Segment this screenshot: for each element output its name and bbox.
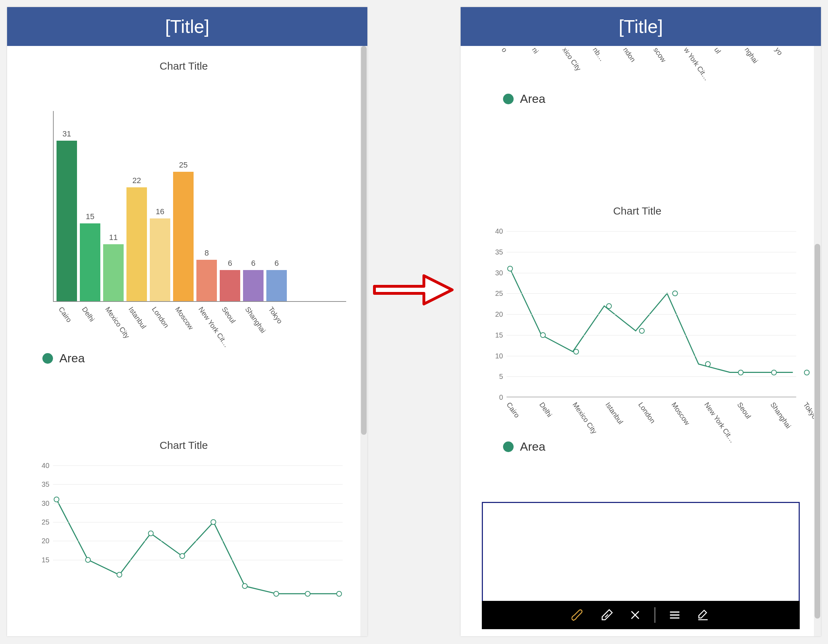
partial-x-label: scow <box>652 46 668 64</box>
y-tick-label: 10 <box>495 352 507 360</box>
bar-value-label: 6 <box>220 259 240 270</box>
gridline <box>507 231 796 231</box>
bar-rect: 6 <box>267 270 287 301</box>
data-point <box>210 519 216 525</box>
signature-toolbar <box>482 601 800 629</box>
y-tick-label: 40 <box>42 462 53 470</box>
legend-dot-icon <box>503 94 514 104</box>
lines-icon[interactable] <box>666 606 684 624</box>
data-point <box>54 496 60 502</box>
partial-x-labels: onixico Citynb…ndonscoww York Cit…ulngha… <box>507 46 814 78</box>
y-tick-label: 5 <box>499 372 507 381</box>
bar-rect: 15 <box>80 223 100 301</box>
partial-x-label: xico City <box>561 46 582 72</box>
titlebar-left-text: [Title] <box>165 16 209 37</box>
y-tick-label: 20 <box>495 310 507 319</box>
scroll-thumb-left[interactable] <box>361 46 367 435</box>
line-plot-left: 152025303540 <box>53 465 343 579</box>
bar-value-label: 31 <box>56 129 77 141</box>
gridline <box>507 335 796 335</box>
y-tick-label: 35 <box>42 481 53 488</box>
close-icon[interactable] <box>626 606 644 624</box>
data-point <box>179 553 185 559</box>
edit-icon[interactable] <box>694 606 712 624</box>
titlebar-right-text: [Title] <box>618 16 663 37</box>
titlebar-right: [Title] <box>461 7 821 46</box>
bar-value-label: 6 <box>267 259 287 270</box>
y-tick-label: 15 <box>42 556 53 564</box>
bar-0: 31Cairo <box>56 141 78 301</box>
right-content: onixico Citynb…ndonscoww York Cit…ulngha… <box>461 46 814 636</box>
bar-7: 6Seoul <box>220 270 241 301</box>
bar-rect: 6 <box>220 270 240 301</box>
bar-value-label: 25 <box>173 160 194 172</box>
y-tick-label: 25 <box>42 518 53 526</box>
line-plot-right: 0510152025303540CairoDelhiMexico CityIst… <box>507 231 796 397</box>
y-tick-label: 0 <box>499 393 507 402</box>
bar-rect: 25 <box>173 172 194 301</box>
bar-x-axis <box>53 301 346 302</box>
gridline <box>507 273 796 273</box>
y-tick-label: 35 <box>495 248 507 256</box>
signature-pad[interactable] <box>482 502 800 603</box>
arrow-icon <box>371 269 456 311</box>
line-chart-title-right: Chart Title <box>461 205 814 217</box>
y-tick-label: 30 <box>42 499 53 507</box>
partial-x-label: nb… <box>591 46 606 63</box>
bar-value-label: 6 <box>243 259 263 270</box>
gridline <box>507 314 796 314</box>
data-point <box>540 332 546 338</box>
y-tick-label: 25 <box>495 289 507 298</box>
partial-x-label: yo <box>773 46 784 57</box>
gridline <box>53 484 343 485</box>
bar-1: 15Delhi <box>80 223 101 301</box>
bar-chart-title: Chart Title <box>7 60 360 72</box>
bar-rect: 11 <box>103 244 124 301</box>
scroll-thumb-right[interactable] <box>815 244 820 619</box>
pen-icon[interactable] <box>570 606 587 624</box>
bar-9: 6Tokyo <box>267 270 287 301</box>
y-tick-label: 15 <box>495 331 507 339</box>
legend-bottom-right-label: Area <box>520 440 546 454</box>
partial-x-label: ul <box>712 46 722 55</box>
bar-rect: 8 <box>196 260 217 301</box>
bar-value-label: 11 <box>103 233 124 244</box>
data-point <box>305 591 310 597</box>
line-chart-title-left: Chart Title <box>7 439 360 451</box>
bar-value-label: 8 <box>196 248 217 260</box>
titlebar-left: [Title] <box>7 7 367 46</box>
y-tick-label: 30 <box>495 269 507 277</box>
left-content: Chart Title 31Cairo15Delhi11Mexico City2… <box>7 46 360 636</box>
bar-3: 22Istanbul <box>127 187 147 301</box>
data-point <box>85 557 91 563</box>
legend-bottom-right: Area <box>503 440 814 454</box>
toolbar-separator <box>655 607 655 623</box>
eraser-icon[interactable] <box>598 606 616 624</box>
bar-rect: 6 <box>243 270 263 301</box>
data-point <box>738 370 743 375</box>
left-pane: [Title] Chart Title 31Cairo15Delhi11Mexi… <box>7 7 367 636</box>
scrollbar-right[interactable] <box>814 46 821 636</box>
bar-series: 31Cairo15Delhi11Mexico City22Istanbul16L… <box>56 111 346 301</box>
bar-8: 6Shanghai <box>243 270 264 301</box>
right-pane: [Title] onixico Citynb…ndonscoww York Ci… <box>461 7 821 636</box>
legend-dot-icon <box>42 353 53 364</box>
bar-value-label: 15 <box>80 212 100 223</box>
scrollbar-left[interactable] <box>360 46 367 636</box>
data-point <box>639 328 645 334</box>
data-point <box>116 572 122 578</box>
bar-rect: 16 <box>150 218 170 302</box>
partial-x-label: ndon <box>621 46 637 64</box>
data-point <box>507 266 513 272</box>
bar-4: 16London <box>150 218 171 302</box>
gridline <box>507 356 796 356</box>
gridline <box>53 541 343 541</box>
data-point <box>672 291 678 296</box>
gridline <box>53 465 343 466</box>
gridline <box>507 252 796 252</box>
bar-value-label: 22 <box>127 176 147 187</box>
bar-y-axis <box>53 111 54 302</box>
bar-5: 25Moscow <box>173 172 194 301</box>
data-point <box>273 591 279 597</box>
data-point <box>148 531 154 536</box>
